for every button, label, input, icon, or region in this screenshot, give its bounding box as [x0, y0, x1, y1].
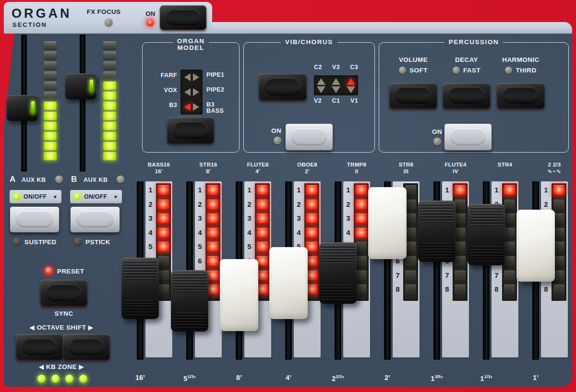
manual-a-led	[55, 176, 63, 183]
drawbar-stop-label-223: 2 2/3∿–∿	[523, 161, 576, 175]
drawbar-led	[158, 271, 169, 280]
drawbar-footage-label-flute8: 8’	[210, 374, 268, 381]
drawbar-scale-number: 8	[541, 285, 551, 293]
manual-b-dropdown-icon: ▼	[113, 194, 118, 200]
drawbar-scale-number: 7	[442, 271, 452, 279]
organ-model-led-panel	[180, 70, 203, 115]
organ-model-box: ORGAN MODEL FARFVOXB3 PIPE1PIPE2B3 BASS	[142, 42, 240, 153]
percussion-volume-button[interactable]	[389, 83, 437, 108]
drawbar-footage-label-str4: 11/3’	[457, 374, 515, 382]
drawbar-led	[455, 271, 466, 280]
master-level-a-fader[interactable]	[7, 95, 37, 121]
vib-chorus-box: VIB/CHORUS C2 V3 C3 V2 C1 V1 ON	[243, 42, 375, 153]
drawbar-fader-flute4[interactable]	[418, 201, 456, 262]
drawbar-led	[455, 200, 466, 209]
master-level-b-fader[interactable]	[65, 73, 96, 99]
percussion-harmonic-button[interactable]	[497, 83, 545, 108]
manual-a-onoff-label: ON/OFF	[24, 193, 47, 200]
meter-segment	[44, 152, 57, 160]
manual-a-onoff-button[interactable]	[10, 206, 60, 233]
percussion-decay-button[interactable]	[443, 83, 491, 108]
drawbar-led	[504, 271, 515, 280]
drawbar-led	[306, 256, 317, 266]
drawbar-led	[257, 200, 268, 209]
drawbar-led	[356, 271, 367, 280]
meter-segment	[103, 112, 116, 120]
drawbar-led	[553, 228, 564, 238]
drawbar-led	[356, 200, 367, 209]
octave-shift-down-button[interactable]	[16, 334, 63, 360]
octave-shift-label: ◀ OCTAVE SHIFT ▶	[13, 323, 109, 331]
drawbar-led	[504, 214, 515, 223]
drawbar-led	[356, 185, 367, 195]
drawbar-led	[455, 214, 466, 223]
drawbar-led	[504, 285, 515, 294]
organ-model-select-button[interactable]	[167, 117, 214, 143]
drawbar-scale-number: 8	[393, 285, 403, 293]
preset-sync-button[interactable]	[40, 280, 87, 306]
drawbar-fader-trmp8[interactable]	[319, 242, 357, 304]
vib-chorus-select-button[interactable]	[259, 73, 307, 100]
organ-on-button[interactable]	[160, 5, 206, 30]
drawbar-led	[356, 256, 367, 266]
manual-a-label: AUX KB	[22, 177, 46, 183]
percussion-on-button[interactable]	[444, 123, 492, 151]
drawbar-scale-number: 1	[145, 186, 156, 194]
percussion-third-label: THIRD	[516, 67, 536, 74]
fx-focus-led	[105, 18, 113, 26]
vib-on-button[interactable]	[285, 123, 333, 151]
drawbar-led	[158, 256, 169, 266]
vib-label-c2: C2	[314, 64, 322, 71]
vib-label-c1: C1	[332, 97, 340, 104]
drawbar-fader-bass16[interactable]	[121, 258, 159, 319]
manual-b-onoff-strip: ON/OFF ▼	[70, 190, 122, 203]
drawbar-fader-str16[interactable]	[171, 270, 208, 332]
drawbar-footage-label-str16: 51/3’	[161, 374, 218, 382]
drawbar-led	[306, 228, 317, 238]
drawbar-footage-label-oboe8: 4’	[260, 374, 317, 381]
drawbar-scale-number: 8	[492, 285, 502, 293]
drawbar-led	[158, 214, 169, 223]
meter-segment	[103, 92, 116, 100]
octave-shift-up-button[interactable]	[63, 334, 110, 360]
drawbar-led	[257, 228, 268, 238]
kb-zone-leds	[37, 375, 95, 383]
drawbar-footage-label-trmp8: 22/3’	[309, 374, 367, 382]
percussion-harmonic-label: HARMONIC	[490, 56, 552, 63]
meter-segment	[103, 41, 116, 49]
drawbar-fader-oboe8[interactable]	[269, 247, 308, 319]
drawbar-scale-number: 2	[541, 200, 551, 208]
section-title: ORGAN	[12, 6, 72, 21]
drawbar-scale-number: 3	[195, 214, 205, 222]
meter-segment	[44, 92, 57, 100]
meter-segment	[103, 122, 116, 130]
drawbar-led	[306, 271, 317, 280]
drawbar-led	[553, 271, 564, 280]
model-left-arrow-icon	[184, 73, 191, 81]
drawbar-led	[455, 185, 466, 195]
drawbar-led	[504, 228, 515, 238]
drawbar-fader-flute8[interactable]	[220, 259, 258, 331]
drawbar-led	[158, 242, 169, 251]
vib-label-v1: V1	[350, 97, 358, 104]
manual-b-onoff-button[interactable]	[70, 206, 120, 233]
organ-on-led	[146, 19, 154, 26]
manual-b-onoff-led	[74, 193, 81, 200]
drawbar-led	[504, 185, 515, 195]
drawbar-scale-number: 3	[145, 214, 156, 222]
drawbar-scale-number: 5	[244, 242, 254, 250]
drawbar-fader-str8[interactable]	[368, 187, 407, 259]
drawbar-led	[553, 200, 564, 209]
drawbar-scale-number: 4	[145, 228, 156, 237]
drawbar-led	[257, 285, 268, 294]
meter-segment	[103, 51, 116, 59]
drawbar-led	[405, 256, 416, 266]
meter-segment	[44, 41, 57, 49]
drawbar-led	[207, 228, 218, 238]
drawbar-fader-str4[interactable]	[468, 204, 505, 265]
drawbar-led	[158, 200, 169, 209]
drawbar-scale-number: 5	[195, 242, 205, 250]
organ-model-option-b3-bass: B3 BASS	[206, 102, 231, 114]
level-meter-a	[44, 41, 57, 161]
drawbar-fader-223[interactable]	[516, 210, 555, 282]
